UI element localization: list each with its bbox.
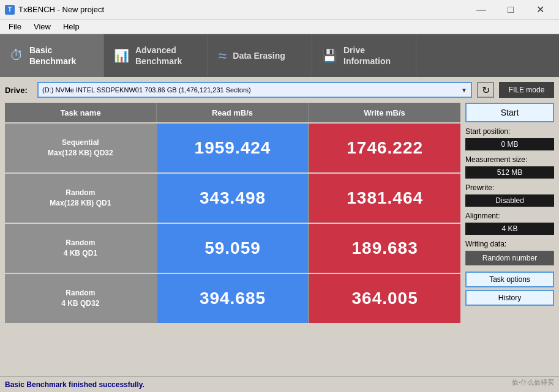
maximize-button[interactable]: □ — [497, 1, 525, 18]
start-position-label: Start position: — [465, 127, 554, 136]
tab-basic-benchmark-label: BasicBenchmark — [29, 45, 76, 67]
drive-selector[interactable]: (D:) NVMe INTEL SSDPEKNW01 703.86 GB (1,… — [37, 82, 472, 98]
window-title: TxBENCH - New project — [18, 5, 104, 14]
tab-data-erasing[interactable]: ≈ Data Erasing — [208, 34, 312, 77]
alignment-label: Alignment: — [465, 212, 554, 220]
row-3-write: 364.005 — [309, 274, 460, 323]
advanced-benchmark-icon: 📊 — [114, 48, 129, 63]
row-3-label: Random 4 KB QD32 — [5, 274, 156, 323]
dropdown-arrow-icon: ▼ — [461, 87, 467, 94]
status-text: Basic Benchmark finished successfully. — [5, 380, 144, 389]
measurement-size-value: 512 MB — [465, 166, 554, 179]
file-mode-button[interactable]: FILE mode — [499, 82, 554, 98]
header-read: Read mB/s — [157, 103, 309, 122]
row-0-write: 1746.222 — [309, 124, 460, 172]
row-0-label: Sequential Max(128 KB) QD32 — [5, 124, 156, 172]
row-1-read: 343.498 — [157, 174, 309, 223]
tab-basic-benchmark[interactable]: ⏱ BasicBenchmark — [0, 34, 104, 77]
drive-label: Drive: — [5, 86, 32, 95]
row-2-label: Random 4 KB QD1 — [5, 224, 156, 273]
row-2-read: 59.059 — [157, 224, 309, 273]
tab-advanced-benchmark[interactable]: 📊 AdvancedBenchmark — [104, 34, 208, 77]
writing-data-button[interactable]: Random number — [465, 251, 554, 265]
tab-drive-information-label: DriveInformation — [343, 45, 391, 67]
drive-refresh-button[interactable]: ↻ — [477, 82, 494, 98]
tab-data-erasing-label: Data Erasing — [233, 50, 285, 61]
table-area: Task name Read mB/s Write mB/s Sequentia… — [5, 103, 554, 371]
right-panel: Start Start position: 0 MB Measurement s… — [465, 103, 554, 371]
main-content: Drive: (D:) NVMe INTEL SSDPEKNW01 703.86… — [0, 77, 559, 376]
data-erasing-icon: ≈ — [218, 46, 227, 65]
drive-row: Drive: (D:) NVMe INTEL SSDPEKNW01 703.86… — [5, 82, 554, 98]
title-bar: T TxBENCH - New project — □ ✕ — [0, 0, 559, 20]
prewrite-label: Prewrite: — [465, 183, 554, 192]
start-button[interactable]: Start — [465, 103, 554, 122]
title-bar-left: T TxBENCH - New project — [5, 5, 104, 15]
window-controls: — □ ✕ — [467, 1, 554, 18]
drive-select-text: (D:) NVMe INTEL SSDPEKNW01 703.86 GB (1,… — [42, 86, 251, 94]
menu-item-view[interactable]: View — [28, 21, 57, 32]
tab-advanced-benchmark-label: AdvancedBenchmark — [135, 45, 182, 67]
status-bar: Basic Benchmark finished successfully. — [0, 376, 559, 392]
menu-item-help[interactable]: Help — [57, 21, 86, 32]
table-row: Random Max(128 KB) QD1 343.498 1381.464 — [5, 174, 460, 223]
row-1-write: 1381.464 — [309, 174, 460, 223]
table-row: Sequential Max(128 KB) QD32 1959.424 174… — [5, 124, 460, 172]
row-1-label: Random Max(128 KB) QD1 — [5, 174, 156, 223]
header-write: Write mB/s — [309, 103, 460, 122]
menu-item-file[interactable]: File — [2, 21, 28, 32]
row-2-write: 189.683 — [309, 224, 460, 273]
prewrite-value: Disabled — [465, 194, 554, 207]
refresh-icon: ↻ — [482, 84, 490, 96]
alignment-value: 4 KB — [465, 223, 554, 235]
table-header: Task name Read mB/s Write mB/s — [5, 103, 460, 122]
menu-bar: FileViewHelp — [0, 20, 559, 34]
tab-bar: ⏱ BasicBenchmark 📊 AdvancedBenchmark ≈ D… — [0, 34, 559, 77]
task-options-button[interactable]: Task options — [465, 272, 554, 287]
row-3-read: 394.685 — [157, 274, 309, 323]
measurement-size-label: Measurement size: — [465, 155, 554, 164]
benchmark-table: Task name Read mB/s Write mB/s Sequentia… — [5, 103, 460, 371]
table-row: Random 4 KB QD1 59.059 189.683 — [5, 224, 460, 273]
minimize-button[interactable]: — — [467, 1, 495, 18]
start-position-value: 0 MB — [465, 138, 554, 150]
close-button[interactable]: ✕ — [526, 1, 554, 18]
history-button[interactable]: History — [465, 290, 554, 306]
drive-information-icon: 💾 — [322, 48, 337, 63]
tab-drive-information[interactable]: 💾 DriveInformation — [312, 34, 416, 77]
writing-data-label: Writing data: — [465, 240, 554, 248]
table-row: Random 4 KB QD32 394.685 364.005 — [5, 274, 460, 323]
header-task-name: Task name — [5, 103, 157, 122]
basic-benchmark-icon: ⏱ — [10, 48, 23, 64]
watermark: 值·什么值得买 — [512, 378, 554, 387]
row-0-read: 1959.424 — [157, 124, 309, 172]
app-icon: T — [5, 5, 15, 15]
